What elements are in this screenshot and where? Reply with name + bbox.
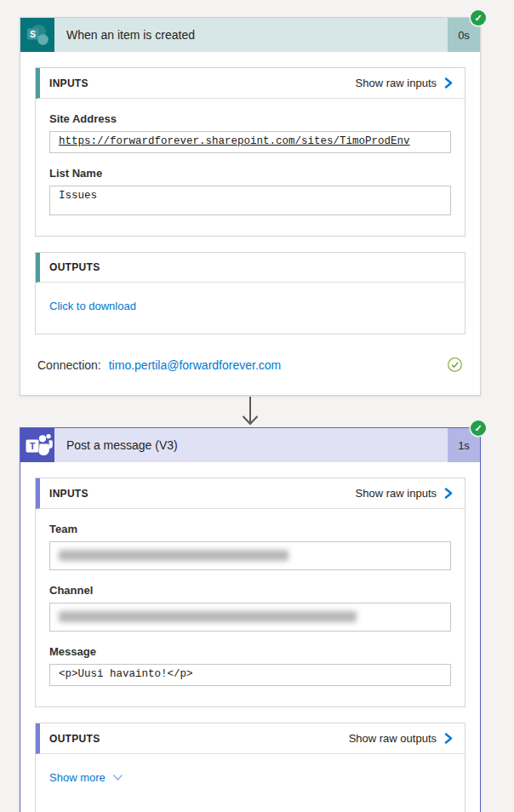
inputs-section: INPUTS Show raw inputs Team Channel [35,477,465,707]
flow-connector [20,396,481,427]
inputs-heading: INPUTS [49,77,89,89]
success-check-icon: ✓ [471,10,486,26]
field-label: Message [49,645,451,658]
arrow-down-icon [239,397,261,426]
connection-label: Connection: [37,358,101,372]
field-team: Team [49,523,451,570]
redacted-text [59,550,288,561]
field-label: Site Address [49,112,451,125]
field-label: Team [49,523,451,535]
field-list-name: List Name Issues [49,167,451,215]
chevron-down-icon [112,774,123,781]
sharepoint-icon: S [20,18,54,52]
card-title: Post a message (V3) [54,428,448,462]
inputs-heading: INPUTS [49,488,89,500]
svg-text:S: S [30,30,36,39]
message-value[interactable]: <p>Uusi havainto!</p> [49,664,451,686]
connection-valid-icon [447,357,463,373]
connection-row: Connection: timo.pertila@forwardforever.… [35,350,465,386]
list-name-value[interactable]: Issues [49,186,451,215]
chevron-right-icon [444,77,453,89]
action-card-post-a-message-v3: ✓ T Post a message (V3) 1s INPUTS [20,427,481,812]
field-label: List Name [49,167,451,180]
field-site-address: Site Address https://forwardforever.shar… [49,112,451,153]
teams-icon: T [20,428,54,462]
channel-value-redacted[interactable] [49,603,451,632]
outputs-heading: OUTPUTS [49,733,100,745]
redacted-text [59,611,357,622]
team-value-redacted[interactable] [49,541,451,570]
field-label: Channel [49,584,451,597]
svg-text:T: T [30,441,36,451]
click-to-download-link[interactable]: Click to download [49,300,136,312]
card-title: When an item is created [54,18,448,52]
field-channel: Channel [49,584,451,632]
connection-account-link[interactable]: timo.pertila@forwardforever.com [109,358,282,372]
show-raw-outputs-link[interactable]: Show raw outputs [349,732,453,745]
inputs-section: INPUTS Show raw inputs Site Address http… [35,67,465,237]
flow-run-canvas: ✓ S When an item is created 0s INPUTS Sh [0,0,514,812]
card-header-action[interactable]: T Post a message (V3) 1s [20,428,480,462]
action-card-when-an-item-is-created: ✓ S When an item is created 0s INPUTS Sh [20,17,481,396]
field-message: Message <p>Uusi havainto!</p> [49,645,451,686]
outputs-heading: OUTPUTS [49,261,100,273]
show-raw-inputs-link[interactable]: Show raw inputs [356,77,453,89]
site-address-value[interactable]: https://forwardforever.sharepoint.com/si… [49,131,451,153]
chevron-right-icon [444,488,453,499]
outputs-section: OUTPUTS Show raw outputs Show more [35,723,465,812]
show-raw-inputs-link[interactable]: Show raw inputs [356,487,453,500]
card-header-trigger[interactable]: S When an item is created 0s [20,18,480,52]
success-check-icon: ✓ [471,420,486,436]
chevron-right-icon [444,733,453,744]
outputs-section: OUTPUTS Click to download [35,252,465,335]
show-more-link[interactable]: Show more [49,771,123,784]
